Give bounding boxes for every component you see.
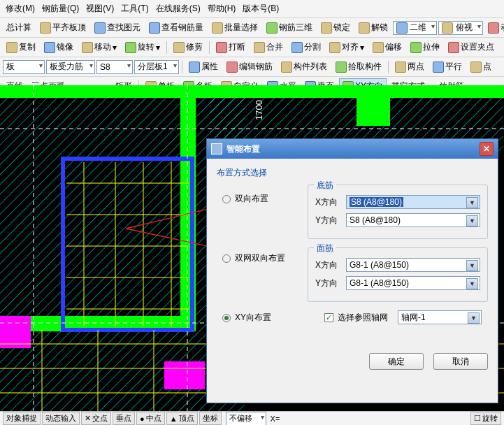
radio-icon [222, 254, 231, 263]
toolbar-2: 复制 镜像 移动▾ 旋转▾ 修剪 打断 合并 分割 对齐▾ 偏移 拉伸 设置夹点 [0, 38, 504, 57]
member-list-button[interactable]: 构件列表 [278, 59, 331, 75]
axis-select[interactable]: 轴网-1 ▼ [398, 310, 482, 324]
radio-icon [222, 195, 231, 203]
merge-button[interactable]: 合并 [250, 39, 287, 55]
pt-button[interactable]: 点 [467, 59, 495, 75]
bottom-rebar-group: 底筋 X方向 S8 (A8@180) ▼ Y方向 S8 (A8@180) ▼ [308, 185, 488, 239]
move-button[interactable]: 移动▾ [78, 39, 120, 55]
rebar-icon [149, 22, 160, 34]
mirror-button[interactable]: 镜像 [41, 39, 77, 55]
bottom-x-select[interactable]: S8 (A8@180) ▼ [346, 195, 480, 209]
status-bar: 对象捕捉 动态输入 ✕交点 垂点 ●中点 ▲顶点 坐标 不偏移 X= ☐旋转 [0, 411, 504, 425]
split-icon [291, 42, 303, 53]
snap-toggle[interactable]: 对象捕捉 [3, 412, 41, 425]
clip-icon [448, 42, 459, 53]
view-rebar-button[interactable]: 查看钢筋量 [145, 20, 207, 36]
cancel-button[interactable]: 取消 [433, 353, 488, 370]
layer-combo[interactable]: 分层板1 [134, 60, 179, 74]
radio-bidirectional[interactable]: 双向布置 [222, 193, 308, 205]
ok-button[interactable]: 确定 [369, 353, 424, 370]
search-icon [94, 22, 106, 34]
cube-icon [266, 22, 278, 34]
split-button[interactable]: 分割 [288, 39, 324, 55]
x-label: X方向 [315, 196, 340, 208]
align-icon [329, 42, 340, 53]
legend-bottom: 底筋 [314, 180, 336, 192]
stretch-icon [410, 42, 422, 53]
svg-rect-8 [164, 361, 205, 389]
flatten-button[interactable]: 平齐板顶 [36, 20, 89, 36]
svg-rect-6 [357, 85, 390, 126]
radio-xy[interactable]: XY向布置 [222, 312, 308, 324]
parallel-button[interactable]: 平行 [429, 59, 466, 75]
lock-button[interactable]: 锁定 [317, 20, 354, 36]
mirror-icon [44, 42, 55, 53]
toolbar-3: 板 板受力筋 S8 分层板1 属性 编辑钢筋 构件列表 拾取构件 两点 平行 点 [0, 57, 504, 77]
two-pt-button[interactable]: 两点 [391, 59, 428, 75]
force-rebar-combo[interactable]: 板受力筋 [46, 60, 95, 74]
top-rebar-group: 面筋 X方向 G8-1 (A8@150) ▼ Y方向 G8-1 (A8@150)… [308, 247, 488, 302]
close-button[interactable]: ✕ [480, 142, 494, 156]
pick-button[interactable]: 拾取构件 [332, 59, 385, 75]
mid-toggle[interactable]: ●中点 [136, 412, 165, 425]
top-y-select[interactable]: G8-1 (A8@150) ▼ [346, 276, 480, 290]
s8-combo[interactable]: S8 [96, 60, 133, 74]
top-toggle[interactable]: ▲顶点 [166, 412, 198, 425]
dynview-button[interactable]: 动态观 [484, 20, 504, 36]
ref-axis-checkbox[interactable]: ✓ [324, 313, 333, 322]
align-button[interactable]: 对齐▾ [326, 39, 368, 55]
cross-toggle[interactable]: ✕交点 [81, 412, 111, 425]
dialog-titlebar[interactable]: 智能布置 ✕ [207, 139, 498, 159]
setclip-button[interactable]: 设置夹点 [445, 39, 498, 55]
menu-view[interactable]: 视图(V) [83, 1, 117, 16]
copy-button[interactable]: 复制 [3, 39, 39, 55]
calc-button[interactable]: 总计算 [3, 20, 35, 36]
dim-1700: 1700 [254, 100, 264, 120]
offset-icon [373, 42, 384, 53]
bottom-y-select[interactable]: S8 (A8@180) ▼ [346, 213, 480, 227]
edit-rebar-button[interactable]: 编辑钢筋 [223, 59, 276, 75]
pt-icon [470, 62, 482, 73]
toolbar-1: 总计算 平齐板顶 查找图元 查看钢筋量 批量选择 钢筋三维 锁定 解锁 二维 俯… [0, 18, 504, 38]
dyn-toggle[interactable]: 动态输入 [42, 412, 80, 425]
svg-rect-5 [0, 85, 504, 98]
menu-rebar[interactable]: 钢筋量(Q) [39, 1, 82, 16]
dialog-icon [211, 143, 222, 154]
break-button[interactable]: 打断 [213, 39, 249, 55]
batch-select-button[interactable]: 批量选择 [208, 20, 261, 36]
separator [388, 61, 389, 73]
rotate-toggle[interactable]: ☐旋转 [470, 412, 501, 425]
rotate-button[interactable]: 旋转▾ [122, 39, 164, 55]
menu-online[interactable]: 在线服务(S) [153, 1, 203, 16]
legend-top: 面筋 [314, 243, 336, 254]
menu-modify[interactable]: 修改(M) [3, 1, 38, 16]
view-combo[interactable]: 俯视 [438, 21, 482, 35]
separator [182, 61, 182, 73]
pencil-icon [226, 62, 238, 73]
offset-combo[interactable]: 不偏移 [226, 412, 266, 426]
unlock-icon [359, 22, 370, 34]
prop-icon [189, 62, 200, 73]
menu-help[interactable]: 帮助(H) [205, 1, 239, 16]
trim-button[interactable]: 修剪 [170, 39, 206, 55]
menu-version[interactable]: 版本号(B) [240, 1, 282, 16]
merge-icon [254, 42, 265, 53]
stretch-button[interactable]: 拉伸 [407, 39, 443, 55]
perp-toggle[interactable]: 垂点 [113, 412, 135, 425]
find-button[interactable]: 查找图元 [91, 20, 144, 36]
radio-double-net[interactable]: 双网双向布置 [222, 252, 308, 264]
coord-toggle[interactable]: 坐标 [199, 412, 222, 425]
offset-button[interactable]: 偏移 [369, 39, 405, 55]
top-x-select[interactable]: G8-1 (A8@150) ▼ [346, 258, 480, 272]
dyn-icon [488, 22, 499, 34]
mode-label: 布置方式选择 [217, 167, 488, 179]
menu-bar: 修改(M) 钢筋量(Q) 视图(V) 工具(T) 在线服务(S) 帮助(H) 版… [0, 0, 504, 18]
unlock-button[interactable]: 解锁 [355, 20, 391, 36]
menu-tool[interactable]: 工具(T) [118, 1, 151, 16]
dim-combo[interactable]: 二维 [393, 21, 437, 35]
board-combo[interactable]: 板 [3, 60, 45, 74]
prop-button[interactable]: 属性 [185, 59, 222, 75]
rotate-icon [125, 42, 136, 53]
rebar-3d-button[interactable]: 钢筋三维 [263, 20, 316, 36]
x-readout: X= [271, 415, 280, 423]
